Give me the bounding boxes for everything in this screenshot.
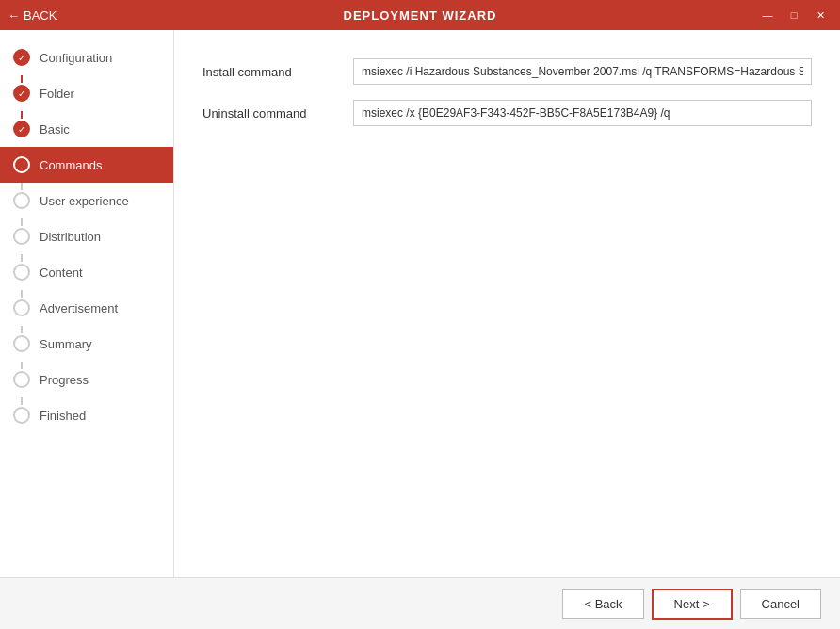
maximize-button[interactable]: □ [782,6,806,24]
sidebar-label-configuration: Configuration [40,51,112,65]
install-command-row: Install command [202,58,812,85]
sidebar-label-progress: Progress [40,373,89,387]
step-circle-summary [13,335,30,352]
main-content: ✓ Configuration ✓ Folder ✓ Basic Command… [0,30,840,577]
title-bar-left: ← BACK [8,8,57,23]
step-circle-finished [13,407,30,424]
step-circle-folder: ✓ [13,85,30,102]
step-circle-basic: ✓ [13,121,30,137]
back-arrow-icon: ← [8,8,20,23]
sidebar-label-summary: Summary [40,337,92,351]
sidebar: ✓ Configuration ✓ Folder ✓ Basic Command… [0,30,174,577]
sidebar-item-finished[interactable]: Finished [0,397,173,433]
sidebar-label-distribution: Distribution [40,230,101,244]
uninstall-command-label: Uninstall command [202,106,353,121]
back-arrow-button[interactable]: ← BACK [8,8,57,23]
step-circle-distribution [13,228,30,245]
sidebar-label-content: Content [40,266,83,280]
sidebar-item-basic[interactable]: ✓ Basic [0,111,173,147]
sidebar-label-folder: Folder [40,87,74,101]
sidebar-item-content[interactable]: Content [0,254,173,290]
sidebar-label-basic: Basic [40,122,70,137]
step-circle-commands [13,156,30,173]
step-circle-user-experience [13,192,30,209]
title-bar: ← BACK DEPLOYMENT WIZARD — □ ✕ [0,0,840,30]
close-button[interactable]: ✕ [808,6,832,24]
next-button[interactable]: Next > [652,589,733,620]
window-controls: — □ ✕ [755,6,832,24]
sidebar-item-folder[interactable]: ✓ Folder [0,75,173,111]
sidebar-item-summary[interactable]: Summary [0,326,173,362]
sidebar-item-advertisement[interactable]: Advertisement [0,290,173,326]
step-circle-configuration: ✓ [13,49,30,66]
install-command-label: Install command [202,65,353,79]
cancel-button[interactable]: Cancel [740,589,821,619]
sidebar-label-finished: Finished [40,409,86,423]
bottom-bar: < Back Next > Cancel [0,577,840,629]
back-button[interactable]: < Back [562,589,643,619]
sidebar-label-advertisement: Advertisement [40,301,118,315]
sidebar-item-user-experience[interactable]: User experience [0,183,173,218]
sidebar-item-distribution[interactable]: Distribution [0,218,173,254]
uninstall-command-row: Uninstall command [202,100,812,126]
commands-form: Install command Uninstall command [202,58,812,558]
back-label: BACK [24,8,57,23]
sidebar-item-configuration[interactable]: ✓ Configuration [0,40,173,75]
sidebar-item-commands[interactable]: Commands [0,147,173,183]
uninstall-command-input[interactable] [353,100,812,126]
step-circle-advertisement [13,299,30,316]
install-command-input[interactable] [353,58,812,85]
content-area: Install command Uninstall command [174,30,840,577]
step-circle-progress [13,371,30,388]
sidebar-label-user-experience: User experience [40,194,129,208]
sidebar-label-commands: Commands [40,158,102,172]
window-title: DEPLOYMENT WIZARD [344,8,497,23]
sidebar-item-progress[interactable]: Progress [0,362,173,397]
step-circle-content [13,264,30,281]
minimize-button[interactable]: — [755,6,780,24]
